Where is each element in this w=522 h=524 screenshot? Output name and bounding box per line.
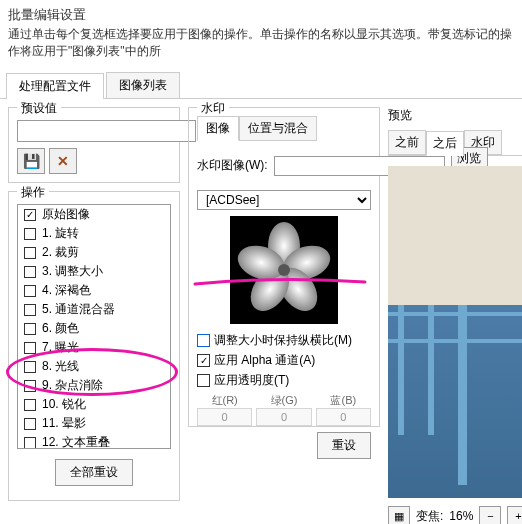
list-item[interactable]: 9. 杂点消除	[18, 376, 170, 395]
operations-title: 操作	[17, 184, 49, 201]
list-item[interactable]: 6. 颜色	[18, 319, 170, 338]
operation-label: 3. 调整大小	[42, 263, 103, 280]
tab-before[interactable]: 之前	[388, 130, 426, 155]
operation-checkbox[interactable]	[24, 247, 36, 259]
checkbox-transparency[interactable]	[197, 374, 210, 387]
list-item[interactable]: 4. 深褐色	[18, 281, 170, 300]
watermark-title: 水印	[197, 100, 229, 117]
list-item[interactable]: 7. 曝光	[18, 338, 170, 357]
blue-label: 蓝(B)	[316, 393, 371, 408]
list-item[interactable]: 5. 通道混合器	[18, 300, 170, 319]
green-input	[256, 408, 311, 426]
operation-label: 1. 旋转	[42, 225, 79, 242]
operation-label: 7. 曝光	[42, 339, 79, 356]
operation-label: 5. 通道混合器	[42, 301, 115, 318]
save-icon[interactable]: 💾	[17, 148, 45, 174]
list-item[interactable]: 2. 裁剪	[18, 243, 170, 262]
green-label: 绿(G)	[256, 393, 311, 408]
operation-checkbox[interactable]	[24, 323, 36, 335]
list-item[interactable]: 1. 旋转	[18, 224, 170, 243]
watermark-thumbnail	[230, 216, 338, 324]
dialog-title: 批量编辑设置	[8, 6, 514, 24]
operation-label: 6. 颜色	[42, 320, 79, 337]
operation-checkbox[interactable]	[24, 342, 36, 354]
preview-title: 预览	[388, 107, 522, 124]
operation-checkbox[interactable]	[24, 209, 36, 221]
operation-label: 9. 杂点消除	[42, 377, 103, 394]
list-item[interactable]: 8. 光线	[18, 357, 170, 376]
list-item[interactable]: 12. 文本重叠	[18, 433, 170, 449]
operation-label: 4. 深褐色	[42, 282, 91, 299]
tab-config[interactable]: 处理配置文件	[6, 73, 104, 99]
blue-input	[316, 408, 371, 426]
watermark-group: 水印 图像 位置与混合 水印图像(W): 浏览(O)... [ACDSee]	[188, 107, 380, 427]
list-item[interactable]: 11. 晕影	[18, 414, 170, 433]
red-label: 红(R)	[197, 393, 252, 408]
dialog-description: 通过单击每个复选框选择要应用于图像的操作。单击操作的名称以显示其选项。带复选标记…	[8, 26, 514, 60]
operation-label: 11. 晕影	[42, 415, 86, 432]
operation-checkbox[interactable]	[24, 304, 36, 316]
main-tabs: 处理配置文件 图像列表	[0, 72, 522, 99]
checkbox-alpha[interactable]	[197, 354, 210, 367]
preview-image	[388, 166, 522, 498]
operation-checkbox[interactable]	[24, 399, 36, 411]
preset-title: 预设值	[17, 100, 61, 117]
operation-checkbox[interactable]	[24, 361, 36, 373]
fit-icon[interactable]: ▦	[388, 506, 410, 524]
checkbox-aspect-label: 调整大小时保持纵横比(M)	[214, 332, 352, 349]
operation-label: 10. 锐化	[42, 396, 86, 413]
operation-checkbox[interactable]	[24, 418, 36, 430]
operation-checkbox[interactable]	[24, 266, 36, 278]
operation-checkbox[interactable]	[24, 228, 36, 240]
zoom-label: 变焦:	[416, 508, 443, 525]
preset-input[interactable]	[17, 120, 196, 142]
operation-label: 12. 文本重叠	[42, 434, 110, 449]
zoom-value: 16%	[449, 509, 473, 523]
rgb-inputs: 红(R) 绿(G) 蓝(B)	[197, 393, 371, 426]
operation-checkbox[interactable]	[24, 380, 36, 392]
zoom-out-icon[interactable]: −	[479, 506, 501, 524]
list-item[interactable]: 3. 调整大小	[18, 262, 170, 281]
reset-button[interactable]: 重设	[317, 432, 371, 459]
watermark-image-label: 水印图像(W):	[197, 157, 268, 174]
delete-icon[interactable]: ✕	[49, 148, 77, 174]
checkbox-aspect[interactable]	[197, 334, 210, 347]
svg-point-5	[278, 264, 290, 276]
operation-checkbox[interactable]	[24, 285, 36, 297]
tab-images[interactable]: 图像列表	[106, 72, 180, 98]
operations-group: 操作 原始图像1. 旋转2. 裁剪3. 调整大小4. 深褐色5. 通道混合器6.…	[8, 191, 180, 501]
zoom-in-icon[interactable]: +	[507, 506, 522, 524]
reset-all-button[interactable]: 全部重设	[55, 459, 133, 486]
operations-list[interactable]: 原始图像1. 旋转2. 裁剪3. 调整大小4. 深褐色5. 通道混合器6. 颜色…	[17, 204, 171, 449]
red-input	[197, 408, 252, 426]
checkbox-alpha-label: 应用 Alpha 通道(A)	[214, 352, 315, 369]
subtab-image[interactable]: 图像	[197, 116, 239, 141]
subtab-position[interactable]: 位置与混合	[239, 116, 317, 141]
preview-tabs: 之前 之后 水印	[388, 130, 522, 156]
operation-checkbox[interactable]	[24, 437, 36, 449]
watermark-select[interactable]: [ACDSee]	[197, 190, 371, 210]
checkbox-transparency-label: 应用透明度(T)	[214, 372, 289, 389]
operation-label: 原始图像	[42, 206, 90, 223]
preset-group: 预设值 💾 ✕	[8, 107, 180, 183]
tab-after[interactable]: 之后	[426, 131, 464, 156]
list-item[interactable]: 原始图像	[18, 205, 170, 224]
operation-label: 2. 裁剪	[42, 244, 79, 261]
list-item[interactable]: 10. 锐化	[18, 395, 170, 414]
operation-label: 8. 光线	[42, 358, 79, 375]
